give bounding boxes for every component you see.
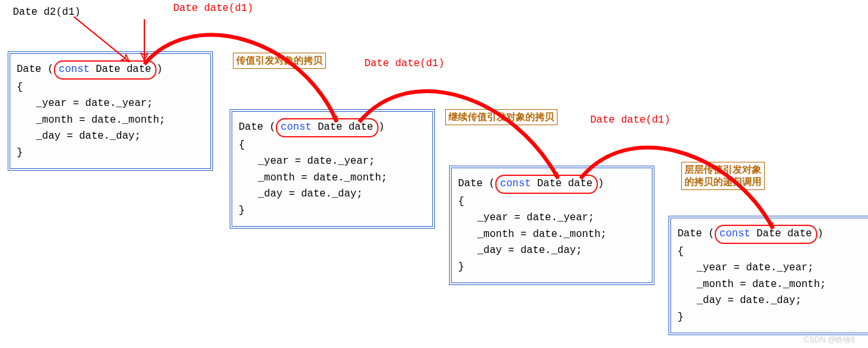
const-keyword: const — [281, 121, 312, 133]
body-month: _month = date._month; — [36, 114, 166, 126]
param-type: Date — [96, 64, 120, 75]
class-name: Date — [17, 64, 41, 75]
body-year: _year = date._year; — [697, 262, 813, 274]
brace-open: { — [239, 137, 426, 154]
body-year: _year = date._year; — [477, 212, 594, 223]
class-name: Date — [677, 228, 702, 239]
param-name: date — [126, 64, 151, 75]
const-keyword: const — [500, 178, 531, 189]
param-type: Date — [318, 121, 342, 133]
param-type: Date — [756, 228, 781, 239]
code-box-4: Date (const Date date) { _year = date._y… — [668, 216, 868, 335]
brace-close: } — [458, 259, 645, 276]
call-label-3: Date date(d1) — [590, 114, 670, 126]
note-3-line2: 的拷贝的递归调用 — [685, 176, 762, 187]
const-keyword: const — [720, 228, 751, 239]
body-year: _year = date._year; — [36, 98, 153, 109]
code-box-1: Date (const Date date) { _year = date._y… — [8, 51, 213, 171]
param-oval: const Date date — [495, 175, 598, 194]
body-month: _month = date._month; — [697, 279, 826, 290]
const-keyword: const — [59, 64, 90, 75]
body-day: _day = date._day; — [477, 245, 582, 256]
signature: Date (const Date date) — [677, 225, 865, 244]
param-type: Date — [537, 178, 561, 189]
code-box-2: Date (const Date date) { _year = date._y… — [230, 109, 435, 229]
note-1: 传值引发对象的拷贝 — [233, 53, 326, 69]
brace-open: { — [17, 80, 204, 96]
class-name: Date — [239, 121, 263, 133]
body-month: _month = date._month; — [477, 229, 607, 240]
body-day: _day = date._day; — [258, 188, 362, 200]
param-name: date — [348, 121, 373, 133]
param-oval: const Date date — [715, 225, 817, 244]
brace-close: } — [677, 309, 865, 326]
call-label-2: Date date(d1) — [364, 58, 445, 69]
top-code: Date d2(d1) — [13, 6, 81, 18]
signature: Date (const Date date) — [458, 175, 645, 194]
param-oval: const Date date — [54, 60, 157, 80]
body-year: _year = date._year; — [258, 155, 375, 167]
body-month: _month = date._month; — [258, 172, 387, 184]
param-name: date — [787, 228, 812, 239]
note-3-line1: 层层传值引发对象 — [685, 164, 762, 175]
note-2: 继续传值引发对象的拷贝 — [445, 109, 557, 125]
code-box-3: Date (const Date date) { _year = date._y… — [449, 166, 654, 285]
param-name: date — [568, 178, 592, 189]
note-3: 层层传值引发对象 的拷贝的递归调用 — [681, 162, 765, 190]
class-name: Date — [458, 178, 482, 189]
watermark: CSDN @铁锤6 — [804, 335, 855, 345]
brace-open: { — [458, 194, 645, 211]
signature: Date (const Date date) — [17, 60, 204, 80]
body-day: _day = date._day; — [697, 295, 801, 306]
call-label-1: Date date(d1) — [173, 3, 253, 14]
brace-open: { — [677, 244, 865, 261]
brace-close: } — [239, 203, 426, 220]
brace-close: } — [17, 145, 204, 162]
body-day: _day = date._day; — [36, 130, 140, 142]
param-oval: const Date date — [276, 118, 379, 137]
signature: Date (const Date date) — [239, 118, 426, 137]
